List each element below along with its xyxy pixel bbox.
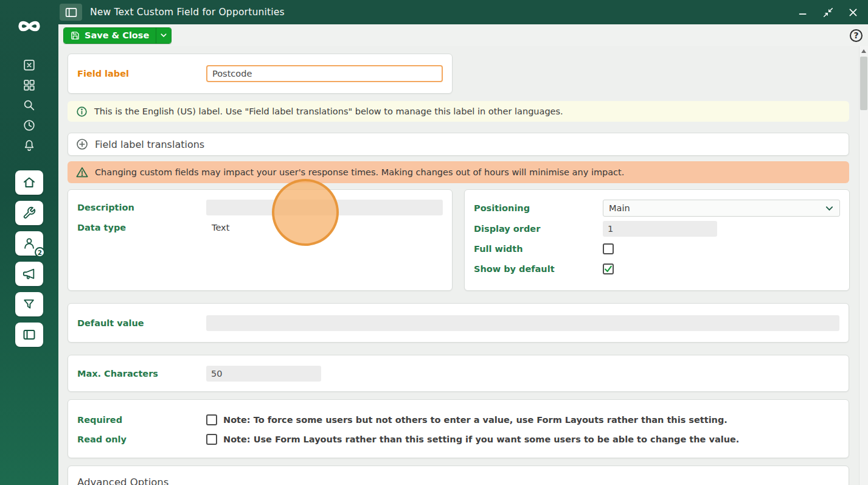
close-icon[interactable] — [848, 7, 858, 18]
clock-icon[interactable] — [23, 119, 36, 132]
app-window-icon — [60, 4, 82, 21]
main-content: Field label This is the English (US) lab… — [58, 46, 859, 485]
positioning-value: Main — [609, 203, 630, 213]
people-badge: 2 — [35, 247, 45, 257]
funnel-icon — [23, 298, 36, 311]
required-label: Required — [77, 415, 206, 425]
field-label-input[interactable] — [206, 65, 443, 82]
display-order-label: Display order — [474, 224, 603, 234]
field-label-card: Field label — [68, 54, 453, 94]
search-icon[interactable] — [23, 99, 36, 112]
megaphone-icon — [23, 267, 36, 281]
full-width-checkbox[interactable] — [603, 243, 614, 254]
chevron-down-icon — [825, 204, 834, 213]
scroll-up-arrow[interactable] — [859, 46, 868, 55]
required-note: Note: To force some users but not others… — [223, 415, 727, 425]
scroll-thumb[interactable] — [860, 57, 867, 110]
positioning-label: Positioning — [474, 203, 603, 213]
minimize-icon[interactable] — [798, 7, 808, 18]
window-icon — [22, 327, 36, 342]
help-icon[interactable]: ? — [850, 29, 863, 42]
max-characters-input[interactable] — [206, 366, 321, 382]
data-type-value: Text — [206, 223, 229, 232]
required-checkbox[interactable] — [206, 414, 217, 425]
info-banner-text: This is the English (US) label. Use "Fie… — [94, 106, 563, 116]
read-only-note: Note: Use Form Layouts rather than this … — [223, 434, 739, 444]
required-readonly-card: Required Note: To force some users but n… — [68, 399, 849, 458]
home-icon — [22, 175, 36, 190]
filter-shortcut[interactable] — [15, 292, 43, 316]
user-icon — [23, 237, 36, 250]
default-value-label: Default value — [77, 318, 206, 328]
scrollbar[interactable] — [859, 46, 868, 485]
warning-icon — [76, 166, 88, 178]
advanced-options-section[interactable]: Advanced Options — [68, 466, 849, 485]
read-only-label: Read only — [77, 434, 206, 444]
show-by-default-label: Show by default — [474, 264, 603, 274]
description-card: Description Data type Text — [68, 189, 453, 291]
translations-label: Field label translations — [95, 139, 204, 150]
people-shortcut[interactable]: 2 — [15, 231, 43, 256]
description-label: Description — [77, 203, 206, 212]
save-close-button[interactable]: Save & Close — [64, 28, 156, 43]
workbooks-logo-icon[interactable] — [10, 13, 48, 39]
wrench-icon — [23, 206, 36, 220]
close-square-icon[interactable] — [23, 58, 36, 72]
restore-icon[interactable] — [823, 7, 833, 18]
chevron-down-icon — [160, 32, 167, 39]
window-title: New Text Custom Field for Opportunities — [90, 7, 285, 18]
max-characters-label: Max. Characters — [77, 369, 206, 379]
default-value-input[interactable] — [206, 315, 839, 331]
save-dropdown-button[interactable] — [156, 28, 171, 43]
sidebar: 2 — [0, 0, 58, 485]
show-by-default-checkbox[interactable] — [603, 263, 614, 274]
save-icon — [71, 31, 80, 40]
advanced-options-label: Advanced Options — [77, 476, 168, 485]
read-only-checkbox[interactable] — [206, 434, 217, 445]
positioning-select[interactable]: Main — [603, 200, 840, 217]
max-characters-card: Max. Characters — [68, 355, 849, 392]
info-banner: This is the English (US) label. Use "Fie… — [68, 101, 849, 122]
field-label-translations-section[interactable]: Field label translations — [68, 133, 849, 156]
toolbar: Save & Close ? — [58, 24, 868, 46]
full-width-label: Full width — [474, 244, 603, 254]
grid-icon[interactable] — [23, 79, 36, 92]
home-shortcut[interactable] — [15, 170, 43, 195]
titlebar: New Text Custom Field for Opportunities — [58, 0, 868, 24]
save-close-label: Save & Close — [85, 30, 149, 40]
warning-banner-text: Changing custom fields may impact your u… — [95, 167, 624, 177]
positioning-card: Positioning Main Display order Full widt… — [464, 189, 850, 291]
marketing-shortcut[interactable] — [15, 262, 43, 286]
config-shortcut[interactable] — [15, 201, 43, 225]
bell-icon[interactable] — [23, 139, 36, 152]
plus-circle-icon — [76, 138, 88, 150]
warning-banner: Changing custom fields may impact your u… — [68, 161, 849, 183]
window-shortcut[interactable] — [15, 323, 43, 347]
default-value-card: Default value — [68, 303, 849, 343]
check-icon — [604, 265, 613, 273]
display-order-input[interactable] — [603, 221, 717, 237]
description-input[interactable] — [206, 200, 443, 215]
data-type-label: Data type — [77, 223, 206, 232]
field-label-label: Field label — [77, 69, 206, 79]
info-icon — [76, 106, 88, 117]
